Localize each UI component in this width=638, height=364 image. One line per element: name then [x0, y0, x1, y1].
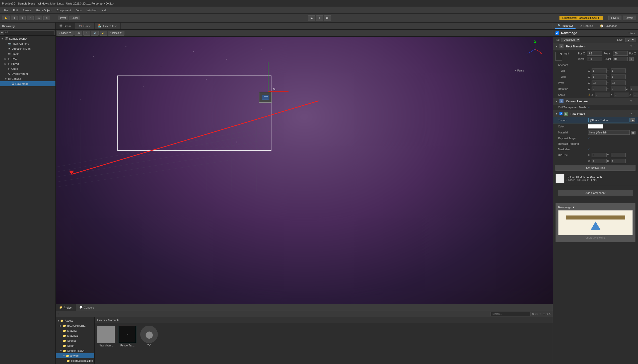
rect-tool[interactable]: ▭ [35, 16, 42, 20]
pivot-y-input[interactable] [611, 81, 626, 85]
rotation-x-input[interactable] [592, 87, 607, 91]
asset-tree-script[interactable]: 📁 Script [56, 343, 94, 348]
exp-packages-button[interactable]: Experimental Packages In Use ▼ [559, 16, 603, 20]
pivot-btn[interactable]: Pivot [58, 16, 68, 20]
scene-light-btn[interactable]: ☀ [83, 31, 90, 36]
hier-item-canvas[interactable]: ▼ ▤ Canvas [0, 76, 55, 81]
menu-gameobject[interactable]: GameObject [34, 8, 54, 12]
asset-tree-artwork[interactable]: ▼ 📁 artwork [56, 353, 94, 358]
scene-draw-mode[interactable]: Shaded ▼ [57, 31, 74, 36]
uvrect-w-input[interactable] [592, 159, 607, 163]
anchor-preset-box[interactable] [555, 52, 562, 61]
tab-asset-store[interactable]: 🏪 Asset Store [95, 23, 121, 29]
texture-input[interactable] [588, 118, 629, 122]
tab-lighting[interactable]: ☀ Lighting [578, 23, 596, 29]
anchor-min-x-input[interactable] [592, 68, 607, 73]
rotation-z-input[interactable] [630, 87, 638, 91]
scene-audio-btn[interactable]: 🔊 [91, 31, 99, 36]
move-tool[interactable]: ✛ [11, 16, 18, 20]
hierarchy-add-btn[interactable]: + [1, 31, 3, 34]
add-asset-btn[interactable]: + [57, 312, 59, 316]
hierarchy-options-btn[interactable]: ⋮ [51, 24, 53, 28]
material-picker-btn[interactable]: ◉ [631, 131, 635, 134]
rotate-tool[interactable]: ↺ [19, 16, 26, 20]
menu-assets[interactable]: Assets [20, 8, 34, 12]
material-input[interactable] [588, 130, 630, 135]
scale-y-input[interactable] [614, 93, 629, 97]
menu-help[interactable]: Help [99, 8, 110, 12]
menu-edit[interactable]: Edit [11, 8, 20, 12]
hand-tool[interactable]: ✋ [2, 16, 10, 20]
scale-tool[interactable]: ⤢ [27, 16, 34, 20]
raw-image-header[interactable]: ▼ 🖼 Raw Image ? ⋮ [553, 110, 638, 117]
width-input[interactable] [587, 57, 602, 61]
hier-item-player[interactable]: ▶ ◻ Player [0, 61, 55, 66]
uvrect-h-input[interactable] [611, 159, 626, 163]
anchor-min-y-input[interactable] [611, 68, 626, 73]
hier-item-cube[interactable]: ◻ Cube [0, 66, 55, 71]
uvrect-y-input[interactable] [611, 153, 626, 157]
rotation-y-input[interactable] [611, 87, 626, 91]
menu-window[interactable]: Window [84, 8, 99, 12]
asset-card-newmaterial[interactable]: New Mater... [97, 326, 115, 347]
comp-help-btn[interactable]: ? [630, 112, 632, 115]
asset-view-btn[interactable]: ⊞ [543, 312, 545, 316]
asset-tree-colorCustomizible[interactable]: 📁 colorCustomizible [56, 358, 94, 363]
comp-menu-btn[interactable]: ⋮ [633, 112, 635, 115]
tab-inspector[interactable]: 🔍 Inspector [555, 23, 576, 29]
transform-tool[interactable]: ⊕ [43, 16, 50, 20]
asset-sync-btn[interactable]: ↻ [532, 312, 534, 316]
comp-help-btn[interactable]: ? [630, 45, 632, 48]
asset-tree-boxophobic[interactable]: ▶ 📁 BOXOPHOBIC [56, 323, 94, 328]
asset-card-rendertex[interactable]: ▪ RenderTex... [119, 326, 136, 347]
scale-z-input[interactable] [633, 93, 638, 97]
comp-help-btn[interactable]: ? [630, 100, 632, 103]
menu-component[interactable]: Component [54, 8, 73, 12]
tab-console[interactable]: 💬 Console [76, 304, 97, 311]
menu-jobs[interactable]: Jobs [73, 8, 84, 12]
layer-dropdown[interactable]: UI [625, 38, 635, 42]
hier-item-dirlight[interactable]: ☀ Directional Light [0, 46, 55, 51]
pause-button[interactable]: ⏸ [316, 15, 323, 21]
hier-item-maincamera[interactable]: 📷 Main Camera [0, 41, 55, 46]
scene-viewport[interactable]: ✳ Y X Z [56, 37, 553, 304]
canvas-renderer-header[interactable]: ▼ 👁 Canvas Renderer ? ⋮ [553, 98, 638, 105]
play-button[interactable]: ▶ [308, 15, 315, 21]
asset-star-btn[interactable]: ☆ [539, 312, 542, 316]
anchor-max-y-input[interactable] [611, 75, 626, 79]
add-component-btn[interactable]: Add Component [558, 190, 633, 196]
scale-x-input[interactable] [595, 93, 610, 97]
rawimage-enable-checkbox[interactable] [559, 112, 562, 115]
local-btn[interactable]: Local [69, 16, 80, 20]
hier-item-samplescene[interactable]: ▼ 🎬 SampleScene* [0, 36, 55, 41]
color-swatch[interactable] [588, 124, 603, 129]
anchor-max-x-input[interactable] [592, 75, 607, 79]
posx-input[interactable] [587, 51, 602, 56]
menu-file[interactable]: File [1, 8, 11, 12]
tab-project[interactable]: 📁 Project [56, 304, 76, 311]
scene-2d-btn[interactable]: 2D [75, 31, 82, 36]
asset-card-tv[interactable]: ⬤ TV [140, 326, 158, 347]
hier-item-tvg[interactable]: ▶ ◻ TVG [0, 56, 55, 61]
tag-dropdown[interactable]: Untagged [561, 38, 580, 42]
rect-expand-btn[interactable]: ⊞ [629, 57, 634, 61]
tab-game[interactable]: 🎮 Game [75, 23, 95, 29]
object-active-checkbox[interactable] [555, 31, 559, 35]
scene-effects-btn[interactable]: ✨ [100, 31, 107, 36]
shader-edit-btn[interactable]: Edit... [591, 179, 598, 181]
comp-menu-btn[interactable]: ⋮ [633, 100, 635, 103]
asset-tree-assets[interactable]: ▼ 📁 Assets [56, 318, 94, 323]
height-input[interactable] [613, 57, 628, 61]
asset-settings-btn[interactable]: ⚙ [535, 312, 538, 316]
set-native-size-btn[interactable]: Set Native Size [555, 165, 635, 171]
posy-input[interactable] [613, 51, 628, 56]
asset-tree-simplepixelui[interactable]: ▼ 📁 SimplePixelUI [56, 348, 94, 353]
tab-navigation[interactable]: 🧭 Navigation [598, 23, 620, 29]
scene-gizmos-btn[interactable]: Gizmos ▼ [108, 31, 124, 36]
asset-tree-material[interactable]: 📁 Material [56, 328, 94, 333]
layout-dropdown[interactable]: Layout [623, 16, 636, 20]
rect-transform-header[interactable]: ▼ ⊞ Rect Transform ? ⋮ [553, 43, 638, 50]
texture-picker-btn[interactable]: ◉ [630, 118, 635, 122]
hierarchy-search-input[interactable] [4, 30, 54, 35]
comp-menu-btn[interactable]: ⋮ [633, 45, 635, 48]
